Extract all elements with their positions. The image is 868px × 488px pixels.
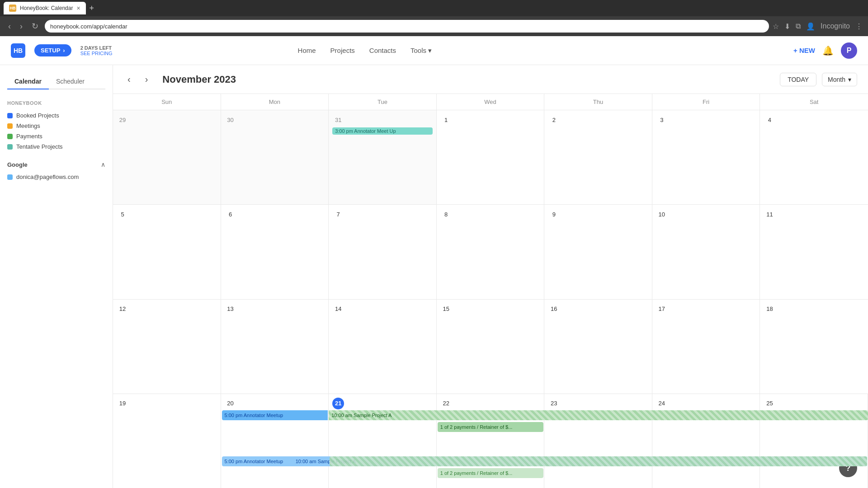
day-nov-3[interactable]: 3: [652, 110, 760, 204]
day-nov-18[interactable]: 18: [760, 300, 868, 394]
extensions-icon[interactable]: ⧉: [796, 22, 801, 30]
event-annotator-meetup-oct31[interactable]: 3:00 pm Annotator Meet Up: [332, 127, 433, 135]
day-nov-5[interactable]: 5: [113, 205, 221, 299]
day-nov-15[interactable]: 15: [437, 300, 545, 394]
booked-projects-label: Booked Projects: [16, 112, 59, 119]
day-nov-7[interactable]: 7: [329, 205, 437, 299]
browser-nav-bar: ‹ › ↻ honeybook.com/app/calendar ☆ ⬇ ⧉ 👤…: [0, 16, 868, 36]
tools-chevron-icon: ▾: [428, 47, 432, 55]
day-num: 15: [440, 303, 452, 315]
new-tab-button[interactable]: +: [90, 4, 94, 13]
day-nov-17[interactable]: 17: [652, 300, 760, 394]
menu-icon[interactable]: ⋮: [855, 22, 863, 31]
calendar-google-donica[interactable]: donica@pageflows.com: [7, 172, 105, 182]
google-collapse-button[interactable]: ∧: [101, 161, 105, 168]
tentative-dot: [7, 144, 13, 150]
event-sample-project-spanning[interactable]: 10:00 am Sample Project A: [329, 410, 868, 420]
day-nov-24[interactable]: 24: [652, 394, 760, 488]
logo-icon: HB: [11, 43, 25, 58]
day-header-thu: Thu: [544, 94, 652, 110]
setup-button[interactable]: SETUP ›: [34, 44, 71, 56]
day-nov-12[interactable]: 12: [113, 300, 221, 394]
calendar-main: ‹ › November 2023 TODAY Month ▾ Sun Mon …: [113, 65, 868, 488]
event-sample-project-a[interactable]: [330, 456, 867, 466]
day-nov-14[interactable]: 14: [329, 300, 437, 394]
tab-title: HoneyBook: Calendar: [20, 5, 73, 11]
payments-label: Payments: [16, 133, 42, 140]
notifications-icon[interactable]: 🔔: [822, 45, 834, 56]
day-num: 9: [548, 208, 560, 220]
avatar[interactable]: P: [841, 42, 857, 59]
forward-button[interactable]: ›: [17, 20, 25, 33]
day-num: 29: [117, 114, 128, 126]
tab-scheduler[interactable]: Scheduler: [49, 74, 92, 89]
day-nov-4[interactable]: 4: [760, 110, 868, 204]
event-payment-chip[interactable]: 1 of 2 payments / Retainer of $...: [438, 422, 544, 432]
event-annotator-meetup-chip[interactable]: 5:00 pm Annotator Meetup: [222, 410, 328, 420]
day-nov-16[interactable]: 16: [544, 300, 652, 394]
see-pricing-link[interactable]: SEE PRICING: [80, 51, 113, 56]
day-oct-31[interactable]: 31 3:00 pm Annotator Meet Up: [329, 110, 437, 204]
day-oct-29[interactable]: 29: [113, 110, 221, 204]
day-oct-30[interactable]: 30: [221, 110, 329, 204]
calendar-payments[interactable]: Payments: [7, 131, 105, 141]
bookmark-icon[interactable]: ☆: [773, 22, 779, 31]
tab-calendar[interactable]: Calendar: [7, 74, 49, 89]
new-button[interactable]: + NEW: [793, 47, 815, 54]
profile-icon[interactable]: 👤: [806, 22, 815, 31]
day-nov-6[interactable]: 6: [221, 205, 329, 299]
day-nov-2[interactable]: 2: [544, 110, 652, 204]
week-row-1: 29 30 31 3:00 pm Annotator Meet Up 1 2: [113, 110, 868, 205]
day-nov-19[interactable]: 19: [113, 394, 221, 488]
day-num: 31: [332, 114, 344, 126]
download-icon[interactable]: ⬇: [784, 22, 790, 31]
honeybook-calendars-section: HoneyBook Booked Projects Meetings Payme…: [7, 100, 105, 152]
view-tabs: Calendar Scheduler: [7, 74, 105, 89]
tab-favicon: HB: [9, 5, 16, 12]
view-dropdown[interactable]: Month ▾: [822, 73, 857, 86]
calendar-meetings[interactable]: Meetings: [7, 121, 105, 131]
next-month-button[interactable]: ›: [142, 72, 152, 86]
day-nov-13[interactable]: 13: [221, 300, 329, 394]
nav-tools[interactable]: Tools ▾: [410, 47, 432, 55]
today-button[interactable]: TODAY: [780, 73, 816, 86]
event-payment-retainer[interactable]: 1 of 2 payments / Retainer of $...: [438, 468, 544, 478]
refresh-button[interactable]: ↻: [29, 19, 41, 33]
day-nov-23[interactable]: 23: [544, 394, 652, 488]
day-nov-20[interactable]: 20: [221, 394, 329, 488]
browser-tab[interactable]: HB HoneyBook: Calendar ×: [4, 2, 86, 14]
tab-close-btn[interactable]: ×: [76, 5, 80, 12]
calendar-tentative-projects[interactable]: Tentative Projects: [7, 141, 105, 152]
tentative-projects-label: Tentative Projects: [16, 143, 63, 150]
nav-contacts[interactable]: Contacts: [369, 47, 396, 55]
day-nov-21[interactable]: 21: [329, 394, 437, 488]
day-num: 25: [764, 398, 775, 409]
header-actions: + NEW 🔔 P: [793, 42, 857, 59]
week-row-4: 19 20 21 22 23 24: [113, 394, 868, 488]
day-header-sat: Sat: [760, 94, 868, 110]
prev-month-button[interactable]: ‹: [124, 72, 134, 86]
browser-chrome: HB HoneyBook: Calendar × +: [0, 0, 868, 16]
day-num: 23: [548, 398, 560, 409]
setup-label: SETUP: [41, 47, 60, 54]
day-nov-11[interactable]: 11: [760, 205, 868, 299]
day-nov-1[interactable]: 1: [437, 110, 545, 204]
month-title: November 2023: [162, 74, 236, 85]
nav-projects[interactable]: Projects: [330, 47, 355, 55]
meetings-label: Meetings: [16, 122, 40, 129]
google-calendars-section: Google ∧ donica@pageflows.com: [7, 161, 105, 182]
address-bar[interactable]: honeybook.com/app/calendar: [45, 20, 769, 33]
back-button[interactable]: ‹: [5, 20, 14, 33]
calendar-booked-projects[interactable]: Booked Projects: [7, 110, 105, 121]
day-nov-10[interactable]: 10: [652, 205, 760, 299]
day-num: 8: [440, 208, 452, 220]
main-layout: Calendar Scheduler HoneyBook Booked Proj…: [0, 65, 868, 488]
app-header: HB SETUP › 2 DAYS LEFT SEE PRICING Home …: [0, 36, 868, 65]
day-num: 4: [764, 114, 775, 126]
day-header-mon: Mon: [221, 94, 329, 110]
day-nov-9[interactable]: 9: [544, 205, 652, 299]
week-row-3: 12 13 14 15 16 17: [113, 300, 868, 394]
weeks-container: 29 30 31 3:00 pm Annotator Meet Up 1 2: [113, 110, 868, 488]
day-nov-8[interactable]: 8: [437, 205, 545, 299]
nav-home[interactable]: Home: [298, 47, 316, 55]
